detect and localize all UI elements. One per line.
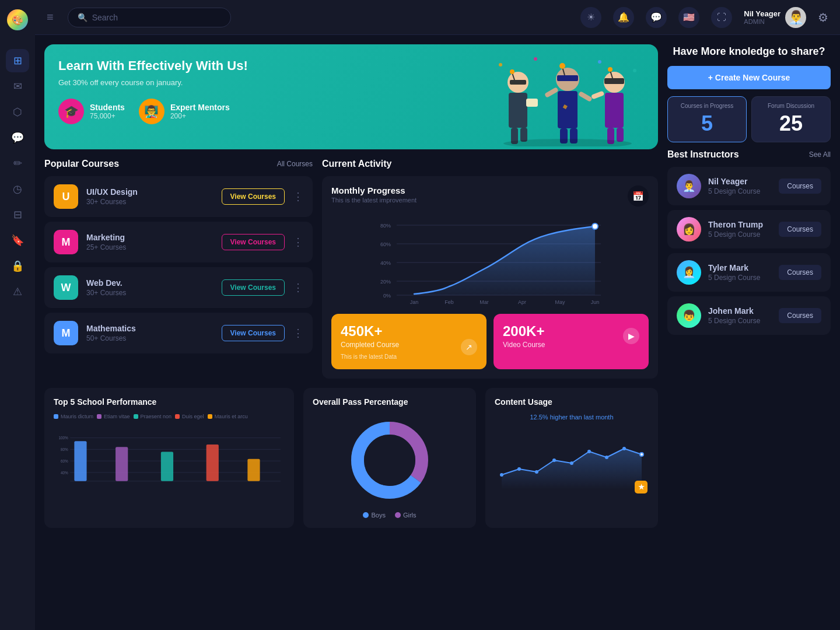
fullscreen-icon[interactable]: ⛶ [711, 7, 732, 28]
menu-toggle-icon[interactable]: ≡ [47, 10, 54, 24]
video-course-stat: 200K+ Video Course ▶ [494, 314, 649, 369]
search-icon: 🔍 [78, 13, 88, 22]
school-performance-card: Top 5 School Performance Mauris dictum E… [44, 388, 294, 528]
svg-rect-4 [510, 80, 526, 85]
mentors-label: Expert Mentors [170, 103, 230, 112]
content-usage-title: Content Usage [495, 397, 649, 407]
view-courses-btn-marketing[interactable]: View Courses [222, 234, 285, 250]
sidebar-item-edit[interactable]: ✏ [6, 152, 29, 175]
content-usage-stat: 12.5% higher than last month [495, 414, 649, 421]
sidebar: 🎨 ⊞ ✉ ⬡ 💬 ✏ ◷ ⊟ 🔖 🔒 ⚠ [0, 0, 35, 630]
svg-text:40%: 40% [380, 260, 391, 266]
svg-point-73 [622, 447, 626, 450]
svg-rect-12 [557, 75, 578, 81]
view-courses-btn-uiux[interactable]: View Courses [222, 188, 285, 205]
content-area: Learn With Effectively With Us! Get 30% … [35, 35, 840, 630]
svg-text:40%: 40% [61, 471, 68, 475]
chart-header: Monthly Progress This is the latest impr… [331, 186, 649, 206]
calendar-icon[interactable]: 📅 [628, 186, 649, 206]
course-count-uiux: 30+ Courses [86, 198, 214, 206]
completed-course-number: 450K+ [341, 323, 477, 340]
instructor-card-nil: 👨‍💼 Nil Yeager 5 Design Course Courses [667, 167, 831, 205]
course-count-math: 50+ Courses [86, 334, 214, 342]
stats-tabs: Courses in Progress 5 Forum Discussion 2… [667, 96, 831, 142]
pass-percentage-card: Overall Pass Percentage [303, 388, 476, 528]
instructor-card-theron: 👩 Theron Trump 5 Design Course Courses [667, 210, 831, 249]
view-courses-btn-math[interactable]: View Courses [222, 325, 285, 341]
boys-label: Boys [371, 512, 385, 519]
course-card-math: M Mathematics 50+ Courses View Courses ⋮ [44, 313, 313, 354]
more-options-icon-uiux[interactable]: ⋮ [293, 190, 303, 203]
instructors-title: Best Instructors [667, 149, 739, 160]
sidebar-item-home[interactable]: ⊞ [6, 49, 29, 72]
sidebar-item-clock[interactable]: ◷ [6, 177, 29, 201]
sidebar-item-bookmark[interactable]: 🔖 [6, 229, 29, 252]
svg-text:Feb: Feb [444, 299, 454, 305]
sidebar-item-apps[interactable]: ⬡ [6, 100, 29, 124]
pass-pct-title: Overall Pass Percentage [313, 397, 467, 407]
legend-mauris-dictum: Mauris dictum [61, 414, 93, 419]
sidebar-item-alert[interactable]: ⚠ [6, 280, 29, 303]
sidebar-item-lock[interactable]: 🔒 [6, 254, 29, 278]
settings-icon[interactable]: ⚙ [818, 10, 828, 24]
instructor-card-johen: 👦 Johen Mark 5 Design Course Courses [667, 296, 831, 335]
view-courses-btn-webdev[interactable]: View Courses [222, 279, 285, 296]
svg-point-29 [633, 69, 636, 72]
create-course-button[interactable]: + Create New Course [667, 66, 831, 89]
courses-btn-tyler[interactable]: Courses [779, 265, 821, 280]
video-course-number: 200K+ [503, 323, 639, 340]
chart-title: Monthly Progress [331, 186, 416, 195]
svg-point-47 [592, 223, 598, 229]
completed-course-desc: This is the latest Data [341, 354, 477, 360]
monthly-progress-chart: 80% 60% 40% 20% 0% Jan Feb Mar Apr May J… [331, 214, 649, 307]
search-input[interactable] [92, 13, 209, 22]
forum-discussion-label: Forum Discussion [758, 103, 824, 109]
see-all-link[interactable]: See All [809, 150, 831, 159]
completed-course-stat: 450K+ Completed Course This is the lates… [331, 314, 487, 369]
course-card-marketing: M Marketing 25+ Courses View Courses ⋮ [44, 222, 313, 262]
forum-discussion-value: 25 [758, 111, 824, 136]
app-logo: 🎨 [7, 9, 28, 30]
svg-rect-21 [604, 78, 624, 84]
svg-rect-58 [116, 447, 128, 481]
course-count-marketing: 25+ Courses [86, 243, 214, 251]
students-icon: 🎓 [58, 99, 84, 124]
sidebar-item-grid[interactable]: ⊟ [6, 203, 29, 226]
flag-icon[interactable]: 🇺🇸 [678, 7, 699, 28]
notification-icon[interactable]: 🔔 [613, 7, 634, 28]
instructor-avatar-johen: 👦 [677, 303, 701, 328]
courses-in-progress-tab[interactable]: Courses in Progress 5 [667, 96, 747, 142]
sidebar-item-chat[interactable]: 💬 [6, 126, 29, 149]
more-options-icon-marketing[interactable]: ⋮ [293, 236, 303, 249]
user-info[interactable]: Nil Yeager ADMIN 👨‍💼 [744, 7, 806, 28]
svg-point-74 [640, 453, 643, 456]
svg-text:Jun: Jun [591, 299, 600, 305]
school-perf-title: Top 5 School Performance [54, 397, 285, 407]
sidebar-item-messages[interactable]: ✉ [6, 75, 29, 98]
banner: Learn With Effectively With Us! Get 30% … [44, 44, 658, 149]
course-name-uiux: UI/UX Design [86, 187, 214, 197]
courses-btn-theron[interactable]: Courses [779, 222, 821, 237]
mentors-icon: 👨‍🏫 [139, 99, 164, 124]
courses-btn-johen[interactable]: Courses [779, 308, 821, 323]
more-options-icon-webdev[interactable]: ⋮ [293, 281, 303, 294]
search-bar: 🔍 [68, 8, 231, 27]
svg-rect-7 [526, 99, 538, 107]
brightness-icon[interactable]: ☀ [580, 7, 601, 28]
forum-discussion-tab[interactable]: Forum Discussion 25 [751, 96, 831, 142]
header: ≡ 🔍 ☀ 🔔 💬 🇺🇸 ⛶ Nil Yeager ADMIN 👨‍💼 ⚙ [35, 0, 840, 35]
courses-btn-nil[interactable]: Courses [779, 178, 821, 194]
instructor-courses-nil: 5 Design Course [708, 187, 772, 195]
svg-point-67 [517, 467, 521, 471]
svg-text:60%: 60% [380, 242, 391, 247]
course-icon-marketing: M [54, 230, 78, 254]
svg-rect-61 [247, 459, 260, 481]
svg-point-28 [598, 60, 601, 64]
more-options-icon-math[interactable]: ⋮ [293, 327, 303, 340]
course-icon-webdev: W [54, 275, 78, 300]
svg-rect-59 [161, 452, 173, 481]
instructor-card-tyler: 👩‍💼 Tyler Mark 5 Design Course Courses [667, 253, 831, 292]
all-courses-link[interactable]: All Courses [277, 160, 313, 168]
activity-title: Current Activity [322, 159, 391, 169]
chat-icon[interactable]: 💬 [646, 7, 667, 28]
